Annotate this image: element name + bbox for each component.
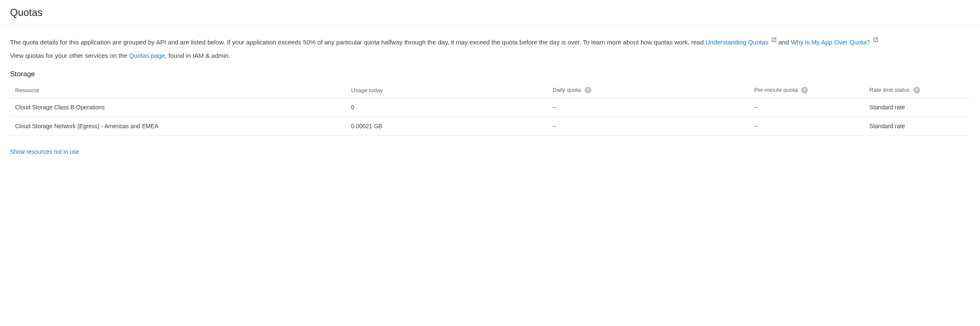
column-header-resource: Resource	[10, 83, 346, 98]
cell-usage: 0.00021 GB	[346, 117, 547, 136]
external-link-icon	[771, 36, 777, 46]
column-header-minute: Per-minute quota ?	[749, 83, 864, 98]
help-icon[interactable]: ?	[801, 87, 808, 93]
quotas-page-link-text: Quotas page	[129, 52, 165, 59]
cell-resource: Cloud Storage Class B Operations	[10, 98, 346, 117]
cell-minute: --	[749, 98, 864, 117]
cell-daily: --	[548, 98, 749, 117]
page-title: Quotas	[10, 7, 970, 18]
why-over-quota-link[interactable]: Why is My App Over Quota?	[791, 39, 870, 46]
understanding-quotas-link[interactable]: Understanding Quotas	[705, 39, 768, 46]
page-header: Quotas	[0, 0, 980, 26]
intro-text-between: and	[779, 39, 791, 46]
intro-text-1: The quota details for this application a…	[10, 39, 705, 46]
table-row: Cloud Storage Class B Operations 0 -- --…	[10, 98, 970, 117]
cell-resource: Cloud Storage Network (Egress) - America…	[10, 117, 346, 136]
column-header-minute-text: Per-minute quota	[754, 87, 798, 93]
quotas-line-before: View quotas for your other services on t…	[10, 52, 129, 59]
quotas-page: Quotas The quota details for this applic…	[0, 0, 980, 165]
column-header-rate-text: Rate limit status	[869, 87, 910, 93]
section-heading-storage: Storage	[10, 70, 970, 78]
quotas-page-link[interactable]: Quotas page	[129, 52, 165, 59]
cell-rate: Standard rate	[864, 98, 970, 117]
column-header-rate: Rate limit status ?	[864, 83, 970, 98]
understanding-quotas-link-text: Understanding Quotas	[705, 39, 768, 46]
table-row: Cloud Storage Network (Egress) - America…	[10, 117, 970, 136]
content-area: The quota details for this application a…	[0, 26, 980, 165]
column-header-daily-text: Daily quota	[553, 87, 581, 93]
storage-quota-table: Resource Usage today Daily quota ? Per-m…	[10, 83, 970, 136]
show-resources-link[interactable]: Show resources not in use	[10, 148, 79, 155]
cell-daily: --	[548, 117, 749, 136]
cell-usage: 0	[346, 98, 547, 117]
help-icon[interactable]: ?	[585, 87, 591, 93]
column-header-usage: Usage today	[346, 83, 547, 98]
help-icon[interactable]: ?	[913, 87, 920, 93]
cell-rate: Standard rate	[864, 117, 970, 136]
cell-minute: --	[749, 117, 864, 136]
intro-paragraph-2: View quotas for your other services on t…	[10, 51, 970, 61]
intro-paragraph-1: The quota details for this application a…	[10, 36, 970, 47]
why-over-quota-link-text: Why is My App Over Quota?	[791, 39, 870, 46]
external-link-icon	[873, 36, 879, 46]
quotas-line-after: , found in IAM & admin.	[165, 52, 230, 59]
column-header-daily: Daily quota ?	[548, 83, 749, 98]
table-header-row: Resource Usage today Daily quota ? Per-m…	[10, 83, 970, 98]
